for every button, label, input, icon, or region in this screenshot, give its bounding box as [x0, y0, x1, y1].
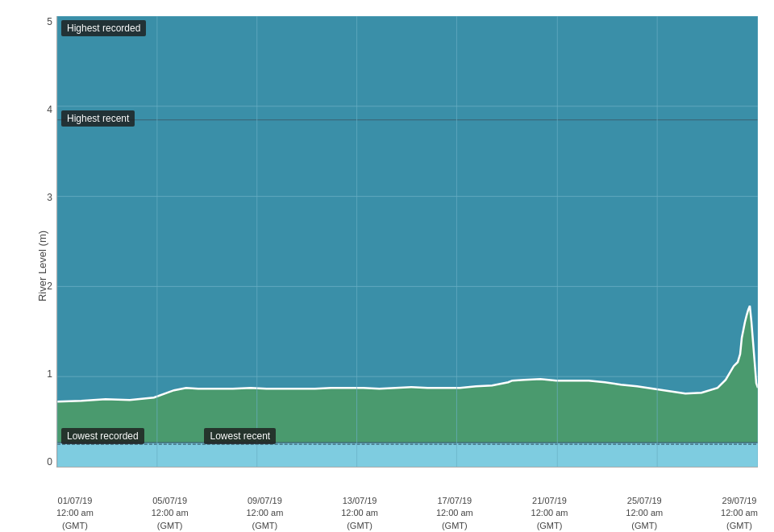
- x-tick-2: 09/07/19 12:00 am (GMT): [246, 495, 283, 532]
- x-tick-5: 21/07/19 12:00 am (GMT): [531, 495, 568, 532]
- y-tick-1: 1: [47, 368, 52, 380]
- x-tick-3: 13/07/19 12:00 am (GMT): [341, 495, 378, 532]
- y-axis-ticks: 0 1 2 3 4 5: [16, 16, 52, 468]
- lowest-recorded-label: Lowest recorded: [61, 428, 144, 444]
- x-tick-0: 01/07/19 12:00 am (GMT): [56, 495, 94, 532]
- y-tick-3: 3: [47, 192, 52, 203]
- svg-rect-8: [57, 443, 758, 467]
- highest-recorded-label: Highest recorded: [61, 20, 146, 36]
- x-axis: 01/07/19 12:00 am (GMT) 05/07/19 12:00 a…: [56, 495, 758, 532]
- chart-area: Highest recorded Highest recent Lowest r…: [56, 16, 758, 468]
- x-tick-7: 29/07/19 12:00 am (GMT): [721, 495, 758, 532]
- x-tick-4: 17/07/19 12:00 am (GMT): [436, 495, 473, 532]
- y-tick-5: 5: [47, 16, 52, 27]
- y-tick-4: 4: [47, 104, 52, 115]
- y-tick-0: 0: [47, 456, 52, 468]
- x-tick-1: 05/07/19 12:00 am (GMT): [152, 495, 189, 532]
- lowest-recent-label: Lowest recent: [204, 428, 276, 444]
- chart-svg: [57, 16, 758, 467]
- x-tick-6: 25/07/19 12:00 am (GMT): [626, 495, 663, 532]
- y-tick-2: 2: [47, 281, 52, 292]
- highest-recent-label: Highest recent: [61, 110, 135, 127]
- chart-container: River Level (m) 0 1 2 3 4 5: [0, 0, 774, 532]
